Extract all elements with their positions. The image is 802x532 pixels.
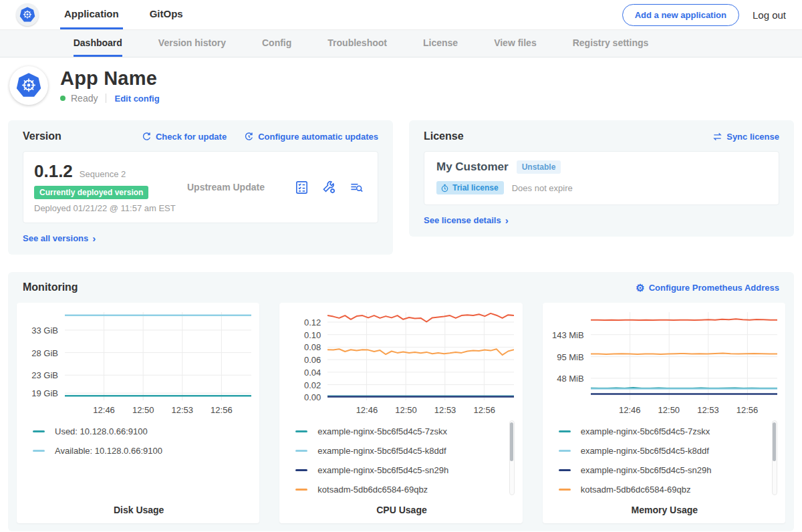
preflight-checks-icon[interactable] (294, 180, 309, 195)
tab-application[interactable]: Application (60, 0, 123, 29)
disk-usage-x-axis: 12:4612:5012:5312:56 (65, 400, 251, 416)
y-tick-label: 0.12 (304, 317, 321, 327)
deployed-timestamp: Deployed 01/21/22 @ 11:57 am EST (34, 203, 178, 213)
status-text: Ready (71, 93, 98, 104)
legend-scrollbar[interactable] (509, 420, 515, 495)
y-tick-label: 23 GiB (31, 370, 58, 380)
tab-view-files[interactable]: View files (494, 30, 537, 57)
check-for-update-link[interactable]: Check for update (142, 132, 227, 142)
edit-config-link[interactable]: Edit config (114, 94, 159, 104)
scrollbar-thumb[interactable] (773, 422, 776, 461)
app-avatar (9, 66, 48, 105)
tab-dashboard[interactable]: Dashboard (74, 30, 122, 57)
version-number: 0.1.2 (34, 161, 73, 182)
customer-name: My Customer (436, 160, 509, 174)
version-card-title: Version (23, 130, 61, 142)
x-tick-label: 12:56 (737, 405, 759, 415)
configure-automatic-updates-link[interactable]: Configure automatic updates (244, 132, 378, 142)
legend-item: Available: 10.128.0.66:9100 (33, 441, 242, 460)
tab-version-history[interactable]: Version history (158, 30, 226, 57)
view-logs-icon[interactable] (349, 180, 364, 195)
memory-usage-chart-card: 143 MiB95 MiB48 MiB 12:4612:5012:5312:56… (543, 303, 785, 523)
disk-usage-chart-card: 33 GiB28 GiB23 GiB19 GiB 12:4612:5012:53… (17, 303, 259, 523)
memory-usage-plot (591, 312, 777, 400)
current-version-panel: 0.1.2 Sequence 2 Currently deployed vers… (23, 151, 378, 223)
license-card: License Sync license My Customer Unstabl… (409, 120, 794, 237)
y-tick-label: 0.08 (304, 342, 321, 352)
y-tick-label: 0.00 (304, 392, 321, 402)
sync-license-link[interactable]: Sync license (712, 132, 779, 142)
add-new-application-button[interactable]: Add a new application (622, 4, 739, 26)
logout-button[interactable]: Log out (753, 9, 786, 21)
x-tick-label: 12:50 (132, 405, 154, 415)
x-tick-label: 12:46 (356, 405, 378, 415)
stopwatch-icon (440, 184, 449, 192)
y-tick-label: 48 MiB (557, 374, 583, 384)
clock-refresh-icon (244, 132, 254, 142)
top-nav: Application GitOps Add a new application… (0, 0, 802, 29)
see-license-details-link[interactable]: See license details › (424, 215, 509, 225)
legend-label: kotsadm-5db6dc6584-69qbz (317, 485, 428, 495)
tab-registry-settings[interactable]: Registry settings (573, 30, 649, 57)
y-tick-label: 0.02 (304, 380, 321, 390)
tab-gitops[interactable]: GitOps (146, 0, 187, 29)
y-tick-label: 28 GiB (31, 348, 58, 358)
version-sequence: Sequence 2 (80, 169, 126, 179)
x-tick-label: 12:46 (93, 405, 115, 415)
refresh-icon (142, 132, 152, 142)
page-title: App Name (60, 68, 160, 90)
cpu-usage-plot (327, 312, 514, 400)
tab-config[interactable]: Config (262, 30, 291, 57)
legend-color-dash (559, 450, 571, 452)
legend-color-dash (33, 430, 45, 432)
chart-title-disk-usage: Disk Usage (26, 505, 251, 515)
app-header: App Name Ready Edit config (0, 57, 802, 114)
tab-troubleshoot[interactable]: Troubleshoot (327, 30, 387, 57)
legend-color-dash (295, 450, 307, 452)
x-tick-label: 12:50 (395, 405, 417, 415)
disk-usage-y-axis: 33 GiB28 GiB23 GiB19 GiB (26, 312, 65, 400)
license-panel: My Customer Unstable Trial license Does … (424, 151, 779, 205)
legend-item: example-nginx-5bc6f5d4c5-sn29h (295, 460, 505, 480)
monitoring-title: Monitoring (23, 281, 78, 293)
tab-license[interactable]: License (423, 30, 458, 57)
disk-usage-legend: Used: 10.128.0.66:9100Available: 10.128.… (26, 419, 251, 498)
y-tick-label: 0.10 (304, 330, 321, 340)
divider (106, 94, 106, 103)
cpu-usage-y-axis: 0.120.100.080.060.040.020.00 (289, 312, 327, 400)
config-wrench-icon[interactable] (321, 180, 337, 195)
kubernetes-logo[interactable] (16, 3, 39, 26)
y-tick-label: 143 MiB (552, 330, 584, 340)
x-tick-label: 12:56 (473, 405, 495, 415)
legend-scrollbar[interactable] (772, 420, 777, 495)
status-ready-dot (60, 96, 65, 101)
scrollbar-thumb[interactable] (510, 422, 513, 461)
legend-label: example-nginx-5bc6f5d4c5-k8ddf (317, 446, 446, 456)
disk-usage-plot (65, 312, 251, 400)
legend-item: example-nginx-5bc6f5d4c5-k8ddf (295, 441, 505, 460)
memory-usage-legend: example-nginx-5bc6f5d4c5-7zskxexample-ng… (552, 419, 777, 498)
legend-color-dash (295, 430, 307, 432)
chevron-right-icon: › (92, 233, 96, 243)
memory-usage-y-axis: 143 MiB95 MiB48 MiB (552, 312, 591, 400)
x-tick-label: 12:53 (434, 405, 456, 415)
legend-item: example-nginx-5bc6f5d4c5-7zskx (295, 422, 505, 441)
configure-prometheus-link[interactable]: ⚙ Configure Prometheus Address (636, 283, 779, 293)
see-all-versions-link[interactable]: See all versions › (23, 233, 96, 243)
legend-color-dash (559, 430, 571, 432)
legend-color-dash (559, 469, 571, 471)
trial-license-badge: Trial license (436, 181, 504, 194)
legend-color-dash (559, 489, 571, 491)
legend-label: example-nginx-5bc6f5d4c5-7zskx (317, 426, 447, 436)
license-card-title: License (424, 130, 464, 142)
y-tick-label: 0.06 (304, 355, 321, 365)
legend-item: kotsadm-5db6dc6584-69qbz (559, 480, 768, 498)
legend-item: example-nginx-5bc6f5d4c5-sn29h (559, 460, 768, 480)
x-tick-label: 12:50 (658, 405, 680, 415)
main-content: Version Check for update Configure autom… (0, 120, 802, 531)
x-tick-label: 12:56 (211, 405, 233, 415)
y-tick-label: 0.04 (304, 368, 321, 378)
kubernetes-app-icon (15, 72, 43, 100)
legend-item: Used: 10.128.0.66:9100 (33, 422, 242, 441)
topnav-tabs: Application GitOps (60, 0, 187, 29)
